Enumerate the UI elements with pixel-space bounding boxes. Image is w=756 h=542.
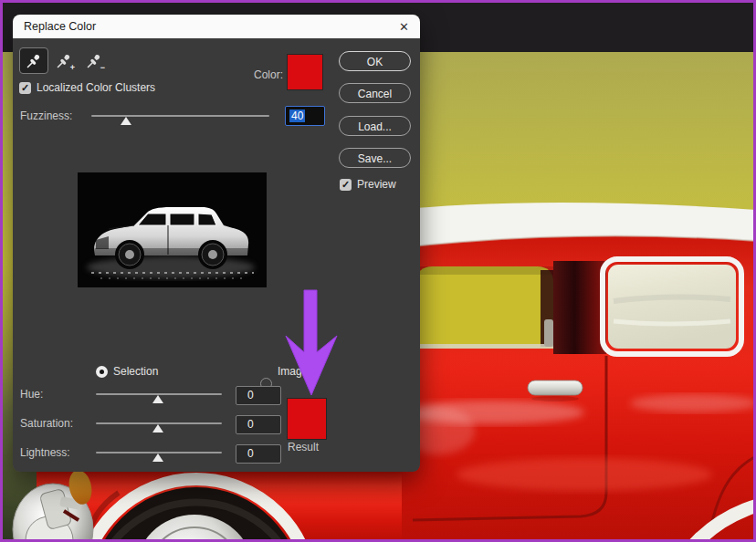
close-icon[interactable]: ✕ [399,21,409,33]
preview-checkbox[interactable]: ✓ [340,179,352,191]
fuzziness-value-field[interactable]: 40 [285,106,325,126]
save-button[interactable]: Save... [339,148,411,168]
color-label: Color: [223,68,283,81]
dialog-title: Replace Color [24,20,96,33]
plus-glyph: + [70,64,75,72]
preview-label: Preview [357,178,396,191]
saturation-value: 0 [247,418,254,431]
replace-color-dialog: Replace Color ✕ + [13,15,420,472]
localized-clusters-label: Localized Color Clusters [37,81,155,94]
cancel-button[interactable]: Cancel [339,83,411,103]
saturation-label: Saturation: [20,417,73,430]
fuzziness-label: Fuzziness: [20,109,72,122]
color-swatch[interactable] [288,55,322,89]
minus-glyph: − [100,64,105,72]
add-to-sample-button[interactable]: + [50,48,78,73]
ok-button[interactable]: OK [339,51,411,71]
hue-label: Hue: [20,388,43,401]
dialog-body: + − Color: ✓ Localized Color Clusters Fu… [13,38,420,472]
check-icon: ✓ [341,179,350,190]
preview-thumbnail[interactable] [78,172,267,287]
lightness-value-field[interactable]: 0 [236,444,281,464]
car-mask-image [78,172,267,287]
selection-radio-label: Selection [113,365,158,378]
result-swatch[interactable] [288,399,326,439]
saturation-slider-thumb[interactable] [152,424,163,433]
lightness-label: Lightness: [20,446,70,459]
fuzziness-value: 40 [289,109,305,122]
hue-slider-thumb[interactable] [152,395,163,403]
fuzziness-slider-track[interactable] [91,115,269,117]
lightness-slider-thumb[interactable] [152,453,163,462]
localized-clusters-checkbox[interactable]: ✓ [19,82,31,94]
annotation-arrow-icon [274,283,356,401]
result-label: Result [288,441,342,453]
selection-radio[interactable] [96,366,108,378]
check-icon: ✓ [21,82,29,93]
load-button[interactable]: Load... [339,116,411,136]
subtract-from-sample-button[interactable]: − [80,48,108,73]
lightness-value: 0 [247,447,254,460]
eyedropper-icon [26,53,42,69]
screenshot-root: Replace Color ✕ + [0,0,756,542]
saturation-value-field[interactable]: 0 [236,415,281,434]
eyedropper-tool-button[interactable] [20,48,47,73]
fuzziness-slider-thumb[interactable] [121,117,131,125]
hue-value: 0 [247,389,254,401]
dialog-titlebar[interactable]: Replace Color ✕ [13,15,420,38]
